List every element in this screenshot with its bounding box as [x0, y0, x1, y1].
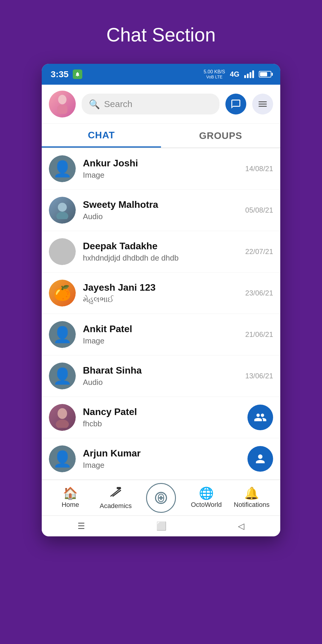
svg-rect-8	[117, 487, 121, 489]
bar3	[250, 72, 251, 78]
android-back-button[interactable]: ◁	[238, 521, 244, 531]
svg-point-2	[58, 203, 67, 212]
android-menu-button[interactable]: ☰	[78, 521, 85, 531]
avatar-deepak-tadakhe	[49, 238, 76, 265]
svg-point-0	[58, 95, 66, 104]
bar2	[247, 74, 249, 78]
bar1	[244, 75, 246, 78]
chat-info-jayesh-jani: Jayesh Jani 123 મેહુલભાઈ	[83, 282, 242, 304]
app-header: 🔍 Search	[42, 85, 280, 124]
chat-name-deepak-tadakhe: Deepak Tadakhe	[83, 241, 242, 252]
nav-label-notifications: Notifications	[234, 501, 270, 509]
menu-button[interactable]	[252, 94, 273, 114]
chat-info-nancy-patel: Nancy Patel fhcbb	[83, 406, 247, 428]
tab-groups[interactable]: GROUPS	[161, 124, 280, 148]
avatar-arjun-kumar: 👤	[49, 445, 76, 472]
speed-value: 5.00 KB/S	[204, 69, 225, 75]
add-center-button[interactable]	[146, 483, 176, 513]
arjun-date-fab-area	[247, 446, 273, 472]
4g-indicator: 4G	[230, 70, 239, 78]
chat-item-deepak-tadakhe[interactable]: Deepak Tadakhe hxhdndjdjd dhdbdh de dhdb…	[42, 231, 280, 273]
nav-label-octoworld: OctoWorld	[191, 501, 222, 509]
bottom-nav: 🏠 Home Academics 🌐	[42, 480, 280, 515]
avatar-ankur-joshi: 👤	[49, 155, 76, 182]
chat-item-nancy-patel[interactable]: Nancy Patel fhcbb	[42, 397, 280, 438]
chat-list: 👤 Ankur Joshi Image 14/08/21 Sweety Malh…	[42, 148, 280, 480]
chat-bubble-button[interactable]	[225, 94, 246, 114]
status-time: 3:35	[51, 69, 69, 79]
chat-name-jayesh-jani: Jayesh Jani 123	[83, 282, 242, 293]
chat-preview-sweety-malhotra: Audio	[83, 212, 242, 221]
nav-item-octoworld[interactable]: 🌐 OctoWorld	[184, 480, 229, 515]
chat-info-sweety-malhotra: Sweety Malhotra Audio	[83, 199, 242, 221]
svg-point-3	[56, 212, 68, 219]
nav-label-academics: Academics	[100, 502, 132, 510]
nancy-date-fab-area	[247, 405, 273, 430]
chat-info-arjun-kumar: Arjun Kumar Image	[83, 448, 247, 470]
chat-date-deepak-tadakhe: 22/07/21	[245, 247, 273, 256]
home-icon: 🏠	[63, 487, 78, 499]
status-bar: 3:35 5.00 KB/S VoB LTE 4G	[42, 64, 280, 85]
chat-name-ankur-joshi: Ankur Joshi	[83, 158, 242, 169]
academics-icon	[109, 486, 122, 500]
nav-item-add[interactable]	[138, 480, 184, 515]
chat-name-ankit-patel: Ankit Patel	[83, 323, 242, 335]
android-home-button[interactable]: ⬜	[156, 521, 167, 531]
svg-rect-1	[57, 105, 67, 114]
user-avatar[interactable]	[49, 91, 76, 117]
chat-item-jayesh-jani[interactable]: 🍊 Jayesh Jani 123 મેહુલભાઈ 23/06/21	[42, 273, 280, 314]
tabs: CHAT GROUPS	[42, 124, 280, 148]
nav-item-academics[interactable]: Academics	[93, 480, 138, 515]
signal-bars	[244, 70, 254, 78]
tab-chat[interactable]: CHAT	[42, 124, 161, 148]
chat-info-ankit-patel: Ankit Patel Image	[83, 323, 242, 346]
chat-preview-ankit-patel: Image	[83, 336, 242, 346]
search-placeholder: Search	[104, 99, 132, 109]
page-title-wrapper: Chat Section	[106, 0, 216, 64]
nav-item-home[interactable]: 🏠 Home	[48, 480, 93, 515]
status-bar-right: 5.00 KB/S VoB LTE 4G	[204, 69, 271, 80]
chat-date-ankur-joshi: 14/08/21	[245, 165, 273, 173]
chat-item-bharat-sinha[interactable]: 👤 Bharat Sinha Audio 13/06/21	[42, 355, 280, 397]
chat-name-bharat-sinha: Bharat Sinha	[83, 365, 242, 376]
chat-date-ankit-patel: 21/06/21	[245, 330, 273, 339]
svg-line-6	[111, 488, 121, 496]
chat-info-ankur-joshi: Ankur Joshi Image	[83, 158, 242, 180]
notifications-icon: 🔔	[244, 487, 259, 499]
group-fab-button[interactable]	[247, 405, 273, 430]
phone-frame: 3:35 5.00 KB/S VoB LTE 4G	[42, 64, 280, 536]
chat-preview-ankur-joshi: Image	[83, 171, 242, 180]
bar4	[252, 70, 254, 78]
chat-date-sweety-malhotra: 05/08/21	[245, 206, 273, 214]
battery-fill	[260, 72, 267, 76]
notification-icon-small	[73, 69, 82, 79]
search-bar[interactable]: 🔍 Search	[82, 94, 219, 114]
chat-name-arjun-kumar: Arjun Kumar	[83, 448, 247, 459]
network-type: VoB LTE	[206, 75, 222, 80]
chat-preview-deepak-tadakhe: hxhdndjdjd dhdbdh de dhdb	[83, 253, 242, 263]
avatar-jayesh-jani: 🍊	[49, 280, 76, 306]
chat-date-jayesh-jani: 23/06/21	[245, 289, 273, 297]
chat-preview-nancy-patel: fhcbb	[83, 419, 247, 428]
nav-item-notifications[interactable]: 🔔 Notifications	[229, 480, 274, 515]
chat-name-sweety-malhotra: Sweety Malhotra	[83, 199, 242, 210]
chat-date-bharat-sinha: 13/06/21	[245, 372, 273, 380]
svg-point-5	[56, 419, 69, 428]
page-title: Chat Section	[106, 24, 216, 46]
chat-preview-jayesh-jani: મેહુલભાઈ	[83, 295, 242, 304]
avatar-ankit-patel: 👤	[49, 321, 76, 348]
chat-item-sweety-malhotra[interactable]: Sweety Malhotra Audio 05/08/21	[42, 190, 280, 231]
chat-item-ankur-joshi[interactable]: 👤 Ankur Joshi Image 14/08/21	[42, 148, 280, 190]
avatar-sweety-malhotra	[49, 197, 76, 224]
chat-info-deepak-tadakhe: Deepak Tadakhe hxhdndjdjd dhdbdh de dhdb	[83, 241, 242, 263]
chat-info-bharat-sinha: Bharat Sinha Audio	[83, 365, 242, 387]
octoworld-icon: 🌐	[199, 487, 214, 499]
chat-item-ankit-patel[interactable]: 👤 Ankit Patel Image 21/06/21	[42, 314, 280, 355]
chat-item-arjun-kumar[interactable]: 👤 Arjun Kumar Image	[42, 438, 280, 480]
user-avatar-image	[49, 91, 76, 117]
chat-preview-bharat-sinha: Audio	[83, 378, 242, 387]
svg-point-4	[58, 408, 67, 419]
android-nav-bar: ☰ ⬜ ◁	[42, 515, 280, 536]
speed-indicator: 5.00 KB/S VoB LTE	[204, 69, 225, 80]
person-fab-button[interactable]	[247, 446, 273, 472]
